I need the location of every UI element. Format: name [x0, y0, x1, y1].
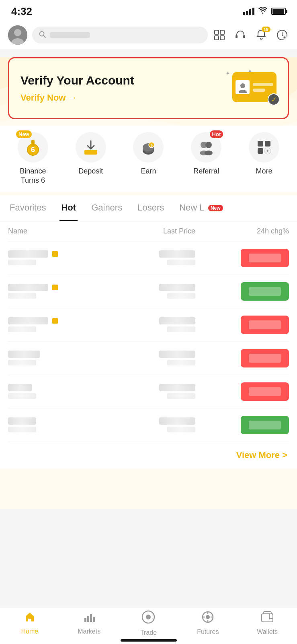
table-row[interactable] [8, 409, 289, 442]
verify-now-link[interactable]: Verify Now → [20, 93, 224, 103]
binance6-label: BinanceTurns 6 [20, 167, 46, 186]
table-row[interactable] [8, 375, 289, 409]
verify-banner[interactable]: Verify Your Account Verify Now → ✦ ✦ ✓ [8, 57, 289, 119]
table-row[interactable] [8, 308, 289, 342]
row-price-col [102, 284, 195, 299]
row-price-col [102, 384, 195, 399]
id-line-1 [253, 83, 273, 86]
view-more-button[interactable]: View More > [236, 450, 287, 460]
wifi-icon [258, 7, 267, 16]
status-bar: 4:32 [0, 0, 297, 21]
trade-nav-icon [141, 610, 156, 627]
action-binance6[interactable]: New 6 BinanceTurns 6 [4, 132, 62, 186]
coin-pair-blur [8, 293, 36, 299]
price-blur [159, 250, 195, 258]
tab-gainers[interactable]: Gainers [90, 195, 124, 221]
row-name-col [8, 417, 102, 432]
tab-favorites[interactable]: Favorites [8, 195, 47, 221]
coin-name-blur [8, 284, 48, 291]
nav-wallets[interactable]: Wallets [238, 608, 297, 638]
deposit-icon-wrap [76, 132, 106, 163]
nav-home[interactable]: Home [0, 608, 59, 638]
action-deposit[interactable]: Deposit [62, 132, 120, 186]
id-check-icon: ✓ [268, 93, 280, 105]
search-bar[interactable] [32, 27, 208, 43]
svg-rect-9 [236, 35, 238, 38]
svg-text:6: 6 [31, 146, 35, 154]
tab-hot[interactable]: Hot [59, 195, 78, 221]
nav-trade[interactable]: Trade [119, 608, 178, 638]
table-row[interactable] [8, 275, 289, 308]
price-blur [159, 351, 195, 358]
svg-rect-19 [84, 150, 97, 155]
change-badge-green [241, 282, 289, 301]
signal-bars-icon [243, 7, 254, 15]
coin-name-blur [8, 351, 40, 358]
col-price-header: Last Price [102, 227, 195, 235]
search-placeholder-blur [50, 32, 90, 38]
col-name-header: Name [8, 227, 102, 235]
row-name-col [8, 384, 102, 399]
svg-line-4 [44, 35, 46, 37]
binance6-icon-wrap: New 6 [18, 132, 48, 163]
quick-actions: New 6 BinanceTurns 6 Deposit [0, 126, 297, 192]
row-change-col [195, 416, 289, 434]
new-badge: New [16, 130, 32, 138]
referral-icon-wrap: Hot [191, 132, 221, 163]
header-actions: 19 [213, 28, 289, 42]
id-card-illustration: ✓ [232, 72, 277, 102]
coin-name-blur [8, 384, 32, 391]
change-badge-red [241, 349, 289, 367]
svg-rect-7 [215, 36, 219, 40]
referral-label: Referral [193, 167, 219, 176]
svg-rect-30 [265, 141, 270, 147]
row-name-col [8, 250, 102, 265]
tab-new[interactable]: New L New [178, 195, 224, 221]
row-price-col [102, 317, 195, 332]
trade-icon[interactable] [275, 28, 289, 42]
id-lines [253, 83, 273, 92]
id-avatar [236, 80, 250, 94]
coin-pair-blur [8, 360, 36, 365]
tab-losers[interactable]: Losers [136, 195, 166, 221]
action-earn[interactable]: $ Earn [120, 132, 178, 186]
svg-point-38 [146, 615, 151, 619]
svg-rect-36 [93, 617, 95, 622]
battery-icon [271, 8, 286, 15]
svg-rect-8 [220, 36, 224, 40]
svg-point-13 [240, 83, 245, 88]
action-referral[interactable]: Hot Referral [177, 132, 235, 186]
svg-rect-6 [220, 30, 224, 34]
svg-rect-35 [90, 614, 92, 622]
home-icon [24, 611, 36, 626]
svg-point-3 [40, 31, 44, 36]
coin-name-blur [8, 317, 48, 324]
table-row[interactable] [8, 342, 289, 375]
coin-name-blur [8, 417, 36, 425]
change-badge-red [241, 249, 289, 267]
bottom-spacer [0, 469, 297, 509]
coin-pair-blur [8, 326, 36, 332]
headset-icon[interactable] [234, 28, 247, 42]
svg-text:$: $ [151, 143, 153, 147]
avatar[interactable] [8, 25, 27, 45]
row-change-col [195, 349, 289, 367]
svg-rect-45 [262, 614, 273, 622]
action-more[interactable]: More [235, 132, 293, 186]
deposit-label: Deposit [78, 167, 103, 176]
notification-icon[interactable]: 19 [254, 28, 268, 42]
notification-badge: 19 [262, 27, 270, 32]
coin-badge-yellow [52, 251, 58, 257]
expand-icon[interactable] [213, 28, 226, 42]
markets-icon [83, 611, 95, 626]
svg-point-26 [205, 142, 212, 148]
more-icon-wrap [249, 132, 279, 163]
price-secondary-blur [167, 393, 195, 399]
table-row[interactable] [8, 242, 289, 275]
nav-futures[interactable]: Futures [178, 608, 238, 638]
svg-point-40 [206, 615, 210, 619]
nav-markets[interactable]: Markets [59, 608, 119, 638]
row-price-col [102, 417, 195, 432]
price-secondary-blur [167, 293, 195, 299]
market-table: Name Last Price 24h chg% [0, 221, 297, 442]
